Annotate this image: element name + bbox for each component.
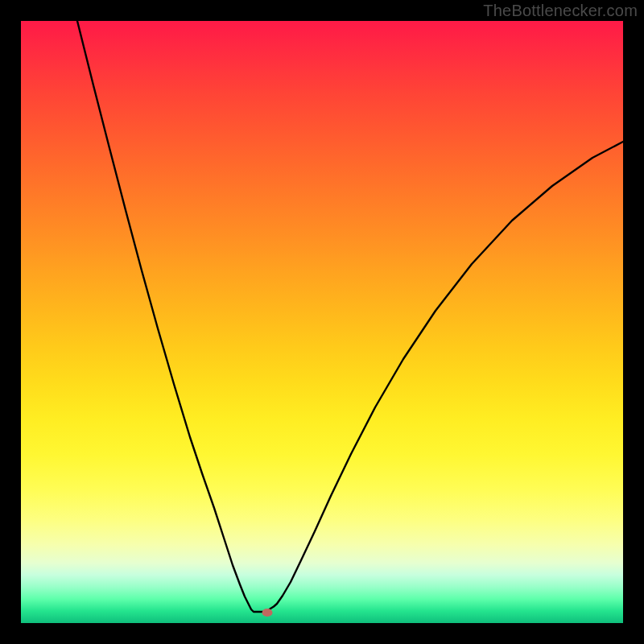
plot-area (21, 21, 623, 623)
chart-frame: TheBottlenecker.com (0, 0, 644, 644)
curve-svg (21, 21, 623, 623)
watermark-text: TheBottlenecker.com (483, 2, 638, 20)
optimum-marker (262, 609, 273, 617)
bottleneck-curve (68, 21, 623, 612)
